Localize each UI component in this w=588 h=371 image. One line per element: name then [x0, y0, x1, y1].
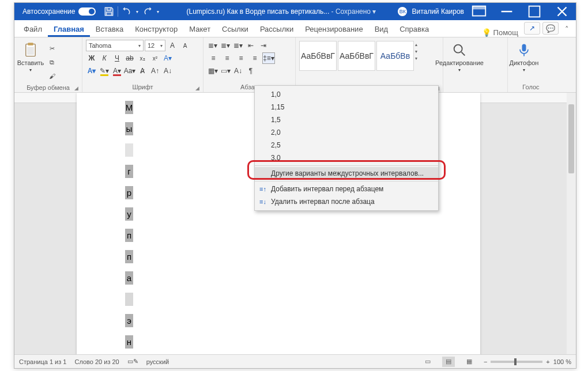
change-case-icon[interactable]: Aa▾ — [124, 65, 135, 77]
format-painter-icon[interactable]: 🖌 — [46, 70, 58, 82]
font-size-value: 12 — [148, 42, 154, 49]
tab-insert[interactable]: Вставка — [90, 21, 129, 37]
shrink-font2-icon[interactable]: A↓ — [162, 65, 174, 77]
inc-indent-icon[interactable]: ⇥ — [258, 40, 269, 51]
add-space-before[interactable]: ≡↑Добавить интервал перед абзацем — [255, 183, 438, 195]
ribbon-display-icon[interactable] — [466, 3, 492, 20]
underline-button[interactable]: Ч — [111, 52, 123, 64]
group-editing: Редактирование ▾ — [443, 37, 508, 92]
dec-indent-icon[interactable]: ⇤ — [245, 40, 257, 51]
style-normal[interactable]: АаБбВвГ — [299, 41, 337, 71]
page-status[interactable]: Страница 1 из 1 — [19, 358, 66, 365]
dialog-launcher-icon[interactable]: ◢ — [195, 85, 199, 91]
spellcheck-icon[interactable]: ▭✎ — [127, 358, 138, 365]
spacing-option-2[interactable]: 2,0 — [255, 126, 438, 139]
line-spacing-button[interactable]: ‡≡▾ — [262, 52, 275, 64]
toggle-on-icon — [78, 7, 96, 16]
tell-me[interactable]: 💡Помощ — [478, 28, 522, 37]
highlight-icon[interactable]: ✎▾ — [99, 65, 110, 77]
minimize-button[interactable] — [494, 3, 519, 20]
style-heading1[interactable]: АаБбВв — [376, 41, 414, 71]
font-size-combo[interactable]: 12▾ — [145, 40, 165, 51]
collapse-ribbon-icon[interactable]: ˄ — [561, 25, 572, 37]
align-left-icon[interactable]: ≡ — [207, 52, 220, 64]
spacing-option-1-15[interactable]: 1,15 — [255, 101, 438, 113]
zoom-in-icon[interactable]: + — [546, 358, 549, 365]
spacing-option-2-5[interactable]: 2,5 — [255, 139, 438, 152]
zoom-slider[interactable] — [491, 361, 542, 363]
redo-icon[interactable] — [142, 6, 153, 17]
undo-icon[interactable] — [122, 6, 132, 17]
tab-home[interactable]: Главная — [48, 21, 90, 37]
save-icon[interactable] — [104, 6, 114, 17]
styles-more-icon[interactable]: ▴▾▾ — [415, 41, 424, 61]
spacing-option-1[interactable]: 1,0 — [255, 88, 438, 101]
vertical-text: М ы г р у п п а э н — [125, 101, 133, 354]
tab-design[interactable]: Конструктор — [129, 21, 183, 37]
dialog-launcher-icon[interactable]: ◢ — [74, 85, 78, 91]
maximize-button[interactable] — [522, 3, 547, 20]
copy-icon[interactable]: ⧉ — [46, 56, 58, 69]
tab-mailings[interactable]: Рассылки — [254, 21, 299, 37]
zoom-out-icon[interactable]: − — [484, 358, 487, 365]
saved-state[interactable]: - Сохранено ▾ — [331, 7, 376, 16]
spacing-option-3[interactable]: 3,0 — [255, 152, 438, 164]
justify-icon[interactable]: ≡ — [248, 52, 261, 64]
undo-more-icon[interactable]: ▾ — [134, 6, 140, 17]
tab-view[interactable]: Вид — [369, 21, 394, 37]
read-mode-icon[interactable]: ▭ — [421, 357, 434, 367]
italic-button[interactable]: К — [99, 52, 110, 64]
text-effects-icon[interactable]: A▾ — [162, 52, 174, 64]
strike-button[interactable]: ab — [124, 52, 135, 64]
numbering-icon[interactable]: ≣▾ — [220, 40, 231, 51]
align-center-icon[interactable]: ≡ — [221, 52, 233, 64]
grow-font2-icon[interactable]: A↑ — [149, 65, 161, 77]
qat-more-icon[interactable]: ▾ — [155, 6, 161, 17]
remove-space-after[interactable]: ≡↓Удалить интервал после абзаца — [255, 195, 438, 208]
tab-review[interactable]: Рецензирование — [299, 21, 368, 37]
cut-icon[interactable]: ✂ — [46, 42, 58, 55]
autosave-toggle[interactable]: Автосохранение — [14, 7, 100, 16]
close-button[interactable] — [549, 3, 575, 20]
web-layout-icon[interactable]: ▦ — [463, 357, 476, 367]
subscript-button[interactable]: x₂ — [137, 52, 148, 64]
group-clipboard: Вставить ▾ ✂ ⧉ 🖌 Буфер обмена◢ — [14, 37, 82, 92]
find-button[interactable]: Редактирование ▾ — [447, 40, 472, 73]
char: п — [125, 250, 133, 263]
user-avatar-icon[interactable]: ВК — [398, 7, 407, 16]
print-layout-icon[interactable]: ▤ — [442, 357, 455, 367]
tab-help[interactable]: Справка — [394, 21, 435, 37]
tab-file[interactable]: Файл — [18, 21, 48, 37]
vertical-scrollbar[interactable] — [567, 93, 576, 354]
shrink-font-icon[interactable]: A — [179, 40, 191, 51]
language-status[interactable]: русский — [146, 358, 169, 365]
shading-icon[interactable]: ▦▾ — [207, 65, 218, 77]
tab-layout[interactable]: Макет — [183, 21, 216, 37]
font-name-combo[interactable]: Tahoma▾ — [86, 40, 144, 51]
multilevel-icon[interactable]: ≣▾ — [232, 40, 244, 51]
group-styles: АаБбВвГ АаБбВвГ АаБбВв ▴▾▾ ◢ — [296, 37, 443, 92]
spacing-option-1-5[interactable]: 1,5 — [255, 113, 438, 126]
comments-button[interactable]: 💬 — [542, 22, 559, 35]
user-name[interactable]: Виталий Каиров — [412, 7, 464, 16]
font-color-icon[interactable]: A▾ — [111, 65, 123, 77]
paste-button[interactable]: Вставить ▾ — [18, 40, 43, 73]
align-right-icon[interactable]: ≡ — [235, 52, 247, 64]
dictate-button[interactable]: Диктофон ▾ — [511, 40, 537, 73]
sort-icon[interactable]: A↓ — [232, 65, 244, 77]
bullets-icon[interactable]: ≣▾ — [207, 40, 218, 51]
spacing-options-more[interactable]: Другие варианты междустрочных интервалов… — [255, 167, 438, 180]
zoom-value[interactable]: 100 % — [553, 358, 571, 365]
bold-button[interactable]: Ж — [86, 52, 97, 64]
superscript-button[interactable]: x² — [149, 52, 161, 64]
show-marks-icon[interactable]: ¶ — [245, 65, 257, 77]
clear-format-icon[interactable]: A̷ — [137, 65, 148, 77]
word-count[interactable]: Слово 20 из 20 — [74, 358, 119, 365]
text-effects2-icon[interactable]: A▾ — [86, 65, 97, 77]
borders-icon[interactable]: ▭▾ — [220, 65, 231, 77]
grow-font-icon[interactable]: A — [167, 40, 178, 51]
style-nospacing[interactable]: АаБбВвГ — [338, 41, 375, 71]
share-button[interactable]: ↗ — [524, 22, 540, 35]
tab-references[interactable]: Ссылки — [216, 21, 254, 37]
option-text: Удалить интервал после абзаца — [271, 198, 375, 206]
